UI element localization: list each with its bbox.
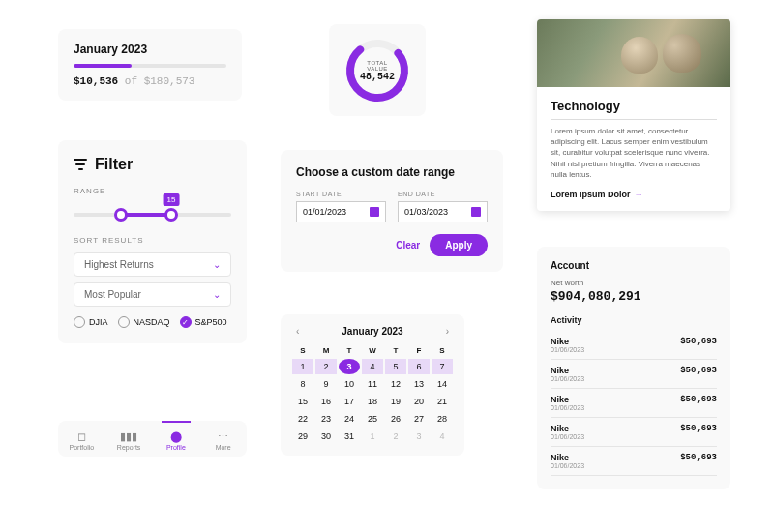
calendar-day[interactable]: 24 bbox=[339, 411, 360, 427]
tech-link[interactable]: Lorem Ipsum Dolor → bbox=[551, 190, 717, 199]
sort-label: SORT RESULTS bbox=[74, 236, 231, 245]
account-heading: Account bbox=[551, 260, 717, 271]
range-slider[interactable]: 15 bbox=[74, 213, 231, 217]
nav-reports[interactable]: ▮▮▮Reports bbox=[105, 427, 153, 451]
calendar-day[interactable]: 25 bbox=[362, 411, 383, 427]
calendar-day[interactable]: 3 bbox=[339, 359, 360, 374]
chevron-down-icon: ⌄ bbox=[213, 289, 221, 300]
apply-button[interactable]: Apply bbox=[430, 234, 488, 256]
calendar-day[interactable]: 21 bbox=[432, 394, 453, 409]
calendar-day[interactable]: 15 bbox=[292, 394, 313, 409]
weekday-header: S bbox=[432, 344, 453, 357]
calendar-day[interactable]: 4 bbox=[362, 359, 383, 374]
radio-row: DJIANASDAQS&P500 bbox=[74, 316, 231, 328]
tech-image bbox=[537, 19, 730, 87]
nav-profile[interactable]: ⬤Profile bbox=[153, 427, 200, 451]
progress-fill bbox=[74, 64, 132, 68]
nav-more[interactable]: ⋯More bbox=[199, 427, 247, 451]
calendar-icon bbox=[471, 207, 481, 217]
portfolio-icon: ◻ bbox=[58, 430, 105, 442]
filter-icon bbox=[74, 159, 87, 170]
date-range-title: Choose a custom date range bbox=[296, 165, 488, 179]
end-date-label: END DATE bbox=[398, 191, 488, 197]
sort-select[interactable]: Most Popular⌄ bbox=[74, 282, 231, 307]
account-card: Account Net worth $904,080,291 Activity … bbox=[537, 247, 730, 489]
donut-value: 48,542 bbox=[360, 71, 395, 81]
calendar-day[interactable]: 1 bbox=[292, 359, 313, 374]
calendar-day[interactable]: 4 bbox=[432, 429, 453, 444]
calendar-day[interactable]: 12 bbox=[385, 376, 406, 392]
calendar-day[interactable]: 28 bbox=[432, 411, 453, 427]
range-handle-high[interactable] bbox=[164, 208, 178, 222]
calendar-day[interactable]: 22 bbox=[292, 411, 313, 427]
radio-nasdaq[interactable]: NASDAQ bbox=[118, 316, 170, 328]
calendar-card: ‹ January 2023 › SMTWTFS1234567891011121… bbox=[281, 314, 464, 456]
calendar-day[interactable]: 18 bbox=[362, 394, 383, 409]
calendar-day[interactable]: 1 bbox=[362, 429, 383, 444]
tech-card: Technology Lorem ipsum dolor sit amet, c… bbox=[537, 19, 730, 211]
clear-button[interactable]: Clear bbox=[396, 240, 420, 251]
more-icon: ⋯ bbox=[199, 430, 247, 442]
calendar-day[interactable]: 26 bbox=[385, 411, 406, 427]
radio-djia[interactable]: DJIA bbox=[74, 316, 108, 328]
calendar-day[interactable]: 10 bbox=[339, 376, 360, 392]
calendar-day[interactable]: 20 bbox=[408, 394, 430, 409]
calendar-day[interactable]: 17 bbox=[339, 394, 360, 409]
end-date-input[interactable]: 01/03/2023 bbox=[398, 201, 488, 222]
calendar-prev[interactable]: ‹ bbox=[292, 326, 303, 337]
weekday-header: F bbox=[408, 344, 430, 357]
calendar-day[interactable]: 19 bbox=[385, 394, 406, 409]
donut-chart: TOTAL VALUE 48,542 bbox=[343, 37, 411, 104]
range-handle-low[interactable] bbox=[114, 208, 128, 222]
networth-label: Net worth bbox=[551, 279, 717, 287]
calendar-day[interactable]: 8 bbox=[292, 376, 313, 392]
calendar-day[interactable]: 2 bbox=[315, 359, 337, 374]
calendar-day[interactable]: 5 bbox=[385, 359, 406, 374]
arrow-right-icon: → bbox=[635, 190, 643, 199]
chevron-down-icon: ⌄ bbox=[213, 259, 221, 270]
start-date-input[interactable]: 01/01/2023 bbox=[296, 201, 386, 222]
calendar-day[interactable]: 31 bbox=[339, 429, 360, 444]
calendar-day[interactable]: 9 bbox=[315, 376, 337, 392]
activity-row: Nike01/06/2023$50,693 bbox=[551, 418, 717, 447]
donut-card: TOTAL VALUE 48,542 bbox=[329, 24, 426, 116]
calendar-day[interactable]: 30 bbox=[315, 429, 337, 444]
calendar-day[interactable]: 3 bbox=[408, 429, 430, 444]
weekday-header: S bbox=[292, 344, 313, 357]
profile-icon: ⬤ bbox=[153, 430, 200, 442]
calendar-day[interactable]: 6 bbox=[408, 359, 430, 374]
start-date-label: START DATE bbox=[296, 191, 386, 197]
progress-title: January 2023 bbox=[74, 43, 226, 56]
calendar-next[interactable]: › bbox=[442, 326, 453, 337]
activity-row: Nike01/06/2023$50,693 bbox=[551, 331, 717, 360]
networth-value: $904,080,291 bbox=[551, 289, 717, 304]
calendar-day[interactable]: 16 bbox=[315, 394, 337, 409]
progress-values: $10,536 of $180,573 bbox=[74, 75, 226, 87]
radio-s&p500[interactable]: S&P500 bbox=[180, 316, 227, 328]
calendar-day[interactable]: 11 bbox=[362, 376, 383, 392]
nav-portfolio[interactable]: ◻Portfolio bbox=[58, 427, 105, 451]
radio-icon bbox=[74, 316, 85, 328]
calendar-day[interactable]: 29 bbox=[292, 429, 313, 444]
donut-label: TOTAL VALUE bbox=[360, 59, 395, 71]
range-tooltip: 15 bbox=[164, 193, 180, 206]
activity-row: Nike01/06/2023$50,693 bbox=[551, 447, 717, 476]
filter-title: Filter bbox=[95, 156, 133, 173]
sort-select[interactable]: Highest Returns⌄ bbox=[74, 252, 231, 277]
calendar-icon bbox=[370, 207, 379, 217]
reports-icon: ▮▮▮ bbox=[105, 430, 153, 442]
calendar-day[interactable]: 23 bbox=[315, 411, 337, 427]
calendar-day[interactable]: 27 bbox=[408, 411, 430, 427]
calendar-day[interactable]: 13 bbox=[408, 376, 430, 392]
calendar-day[interactable]: 7 bbox=[432, 359, 453, 374]
weekday-header: T bbox=[385, 344, 406, 357]
calendar-grid: SMTWTFS123456789101112131415161718192021… bbox=[292, 344, 453, 444]
radio-icon bbox=[118, 316, 130, 328]
activity-heading: Activity bbox=[551, 315, 717, 325]
calendar-day[interactable]: 2 bbox=[385, 429, 406, 444]
calendar-day[interactable]: 14 bbox=[432, 376, 453, 392]
progress-total: $180,573 bbox=[144, 75, 195, 87]
activity-row: Nike01/06/2023$50,693 bbox=[551, 389, 717, 418]
radio-icon bbox=[180, 316, 192, 328]
tech-title: Technology bbox=[551, 99, 717, 120]
